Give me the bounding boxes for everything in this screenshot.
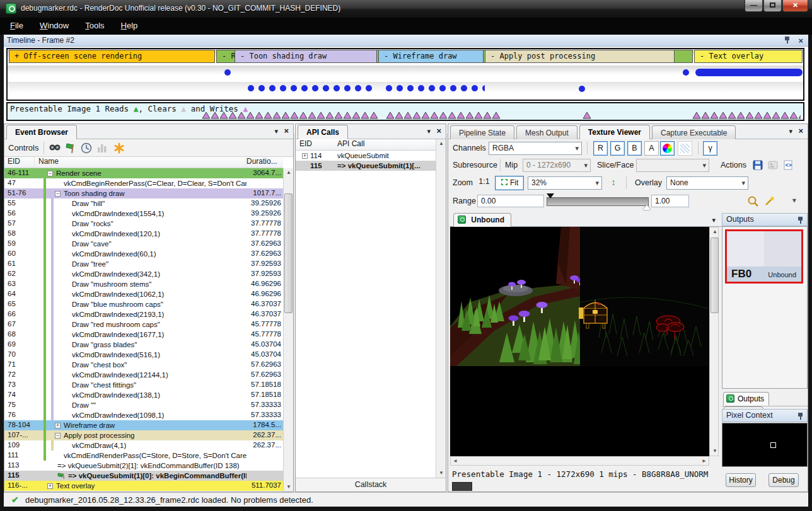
gamma-toggle[interactable]: γ — [703, 141, 717, 156]
tree-expander[interactable]: + — [47, 483, 53, 489]
event-row[interactable]: 66 — [4, 309, 283, 319]
tab-event-browser[interactable]: Event Browser — [6, 125, 77, 140]
timeline-bar-offscreen[interactable]: + Off-screen scene rendering — [9, 50, 215, 63]
close-icon[interactable]: × — [284, 126, 289, 135]
draw-event-dot[interactable] — [579, 86, 585, 92]
tree-expander[interactable]: − — [47, 171, 53, 176]
tab-api-calls[interactable]: API Calls — [298, 125, 348, 140]
channel-toggle[interactable]: G — [610, 141, 625, 156]
column-eid[interactable]: EID — [4, 157, 35, 168]
event-row[interactable]: 62 — [4, 269, 283, 279]
zoom-1-1-button[interactable]: 1:1 — [476, 177, 492, 190]
tree-expander[interactable]: − — [55, 191, 61, 197]
channel-toggle[interactable]: B — [627, 141, 642, 156]
zoom-level-select[interactable]: 32%▾ — [528, 176, 602, 190]
event-row[interactable]: 61 — [4, 259, 283, 269]
event-tree-header[interactable]: EID Name Duratio... — [4, 157, 283, 168]
event-row[interactable]: 68 — [4, 330, 283, 340]
scroll-up-icon[interactable]: ▲ — [284, 168, 293, 177]
column-duration[interactable]: Duratio... — [246, 157, 283, 168]
timeline-bar-wireframe[interactable]: - Wireframe draw — [378, 50, 484, 63]
draw-event-dot[interactable] — [683, 69, 689, 76]
io-tab[interactable]: Outputs — [723, 392, 769, 406]
event-row[interactable]: 55 — [4, 198, 283, 209]
api-call-row[interactable]: 115 => vkQueueSubmit(1)[... — [296, 161, 446, 171]
range-white-point-handle[interactable] — [643, 205, 651, 210]
event-row[interactable]: 69 — [4, 340, 283, 350]
close-icon[interactable]: × — [798, 35, 803, 47]
event-row[interactable]: 73 — [4, 380, 283, 390]
flip-y-icon[interactable]: ↕ — [607, 177, 620, 190]
range-black-point-handle[interactable] — [547, 193, 554, 198]
texture-horizontal-scrollbar[interactable]: ◄ ► — [450, 456, 709, 466]
event-row[interactable]: 51-76 − — [4, 188, 283, 198]
jump-to-event-flag-icon[interactable] — [64, 142, 77, 154]
range-min-input[interactable]: 0.00 — [477, 195, 544, 207]
maximize-button[interactable] — [763, 0, 782, 12]
event-row[interactable]: 75 — [4, 400, 283, 410]
timeline-track[interactable]: + Off-screen scene rendering - Render sc… — [6, 48, 804, 101]
time-durations-icon[interactable] — [80, 142, 93, 154]
range-slider[interactable] — [547, 197, 649, 206]
api-call-row[interactable]: + 114 vkQueueSubmit — [296, 151, 446, 161]
range-max-input[interactable]: 1.00 — [651, 195, 689, 207]
column-eid[interactable]: EID — [296, 139, 336, 150]
api-calls-scrollbar[interactable]: ▲ ▼ — [436, 139, 446, 478]
event-row[interactable]: 67 — [4, 319, 283, 330]
event-row[interactable]: 64 — [4, 289, 283, 299]
collapse-toolbar-icon[interactable]: ▾ — [789, 195, 800, 208]
close-icon[interactable]: × — [798, 126, 803, 135]
pixel-context-view[interactable] — [722, 423, 808, 467]
draw-events-capsule[interactable] — [695, 69, 803, 76]
scroll-down-icon[interactable]: ▼ — [710, 447, 719, 456]
timeline-bar-toon-shading[interactable]: - Toon shading draw — [235, 50, 377, 63]
scroll-thumb[interactable] — [284, 193, 293, 313]
event-row[interactable]: 56 — [4, 209, 283, 219]
event-row[interactable]: 107-... − — [4, 430, 283, 440]
channel-toggle[interactable]: A — [644, 141, 659, 156]
column-api-call[interactable]: API Call — [336, 139, 436, 150]
chevron-down-icon[interactable]: ▾ — [427, 127, 431, 135]
event-row[interactable]: 74 — [4, 390, 283, 400]
menu-item[interactable]: Help — [115, 18, 144, 33]
toon-draw-event-dots[interactable] — [246, 83, 376, 93]
texture-display[interactable] — [450, 227, 709, 456]
event-row[interactable]: 78-104 + — [4, 420, 283, 430]
overlay-select[interactable]: None▾ — [666, 176, 748, 190]
event-row[interactable]: 70 — [4, 350, 283, 360]
event-row[interactable]: 57 — [4, 219, 283, 229]
close-button[interactable]: ✕ — [782, 0, 808, 12]
bookmark-asterisk-icon[interactable] — [113, 142, 125, 154]
event-row[interactable]: 71 — [4, 360, 283, 370]
draw-event-dot[interactable] — [224, 69, 231, 76]
texture-tab-unbound[interactable]: Unbound — [453, 213, 511, 227]
chevron-down-icon[interactable]: ▾ — [712, 216, 716, 224]
save-icon[interactable] — [752, 159, 763, 171]
tree-expander[interactable]: − — [55, 433, 61, 439]
event-row[interactable]: 113 — [4, 461, 283, 471]
scroll-down-icon[interactable]: ▼ — [284, 483, 293, 491]
timeline-panel-header[interactable]: Timeline - Frame #2 × — [4, 35, 808, 47]
channels-select[interactable]: RGBA▾ — [489, 142, 582, 155]
event-row[interactable]: 76 — [4, 410, 283, 420]
texture-vertical-scrollbar[interactable]: ▲ ▼ — [709, 227, 719, 456]
scroll-down-icon[interactable]: ▼ — [437, 469, 446, 478]
pixel-debug-button[interactable]: Debug — [768, 473, 799, 487]
panel-tab[interactable]: Texture Viewer — [579, 125, 650, 140]
event-row[interactable]: 47 — [4, 178, 283, 188]
resource-usage-track[interactable]: Presentable Image 1 Reads ▲, Clears ▲ an… — [6, 102, 804, 121]
mip-select[interactable]: 0 - 1272x690▾ — [523, 159, 591, 172]
event-row[interactable]: 63 — [4, 279, 283, 289]
event-row[interactable]: 65 — [4, 299, 283, 309]
event-row[interactable]: 60 — [4, 249, 283, 259]
timeline-bar-post-processing[interactable]: - Apply post processing — [485, 50, 675, 63]
scroll-up-icon[interactable]: ▲ — [437, 139, 446, 148]
chevron-down-icon[interactable]: ▾ — [274, 127, 278, 135]
column-name[interactable]: Name — [35, 157, 246, 168]
event-row[interactable]: 72 — [4, 370, 283, 380]
event-browser-scrollbar[interactable]: ▲ ▼ — [283, 168, 293, 491]
menu-item[interactable]: File — [4, 18, 30, 33]
callstack-section[interactable]: Callstack — [296, 478, 446, 491]
fb0-thumbnail[interactable]: FB0 Unbound — [725, 229, 803, 284]
scroll-up-icon[interactable]: ▲ — [710, 227, 719, 236]
